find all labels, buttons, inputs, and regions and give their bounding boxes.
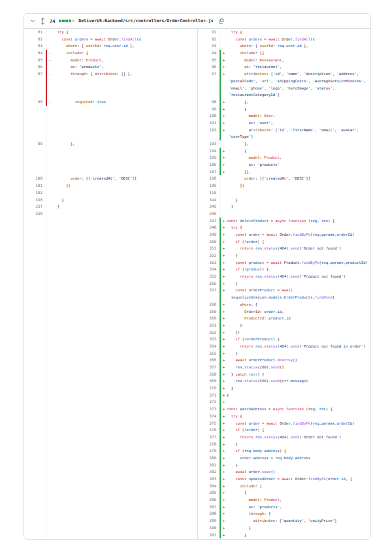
file-name-link[interactable]: DeliverUS-Backend/src/controllers/OrderC…	[78, 18, 213, 24]
line-number[interactable]: 92	[24, 36, 46, 43]
line-number[interactable]: 377	[198, 434, 220, 441]
line-number[interactable]: 372	[198, 399, 220, 406]
line-number[interactable]	[24, 399, 46, 406]
line-number[interactable]: 369	[198, 378, 220, 385]
line-number[interactable]: 338	[24, 210, 46, 218]
line-number[interactable]	[24, 301, 46, 308]
line-number[interactable]: 109	[198, 182, 220, 189]
line-number[interactable]	[24, 148, 46, 155]
line-number[interactable]	[198, 85, 220, 92]
line-number[interactable]: 346	[198, 210, 220, 218]
line-number[interactable]	[24, 280, 46, 287]
line-number[interactable]: 368	[198, 371, 220, 378]
line-number[interactable]	[24, 483, 46, 490]
line-number[interactable]	[24, 350, 46, 357]
line-number[interactable]: 97	[198, 71, 220, 78]
line-number[interactable]: 96	[24, 63, 46, 71]
line-number[interactable]: 91	[24, 29, 46, 36]
line-number[interactable]	[24, 525, 46, 532]
line-number[interactable]	[24, 224, 46, 231]
line-number[interactable]	[24, 392, 46, 399]
line-number[interactable]	[24, 517, 46, 525]
line-number[interactable]: 99	[24, 140, 46, 148]
line-number[interactable]	[198, 294, 220, 301]
line-number[interactable]	[24, 91, 46, 99]
line-number[interactable]: 93	[24, 42, 46, 50]
line-number[interactable]: 105	[198, 154, 220, 161]
line-number[interactable]	[24, 448, 46, 455]
line-number[interactable]	[24, 427, 46, 434]
line-number[interactable]: 95	[24, 57, 46, 64]
line-number[interactable]: 100	[198, 112, 220, 120]
line-number[interactable]: 386	[198, 497, 220, 504]
line-number[interactable]	[24, 231, 46, 238]
line-number[interactable]: 103	[198, 140, 220, 148]
line-number[interactable]	[24, 106, 46, 113]
line-number[interactable]	[24, 468, 46, 476]
line-number[interactable]: 101	[198, 120, 220, 127]
line-number[interactable]: 354	[198, 266, 220, 273]
line-number[interactable]	[24, 127, 46, 134]
line-number[interactable]	[24, 378, 46, 385]
line-number[interactable]: 101	[24, 182, 46, 189]
line-number[interactable]: 92	[198, 36, 220, 43]
line-number[interactable]	[24, 406, 46, 413]
line-number[interactable]: 383	[198, 476, 220, 483]
line-number[interactable]: 347	[198, 218, 220, 225]
line-number[interactable]: 104	[198, 148, 220, 155]
line-number[interactable]: 91	[198, 29, 220, 36]
line-number[interactable]	[24, 161, 46, 169]
line-number[interactable]	[24, 413, 46, 420]
line-number[interactable]	[24, 259, 46, 267]
line-number[interactable]	[24, 510, 46, 517]
line-number[interactable]	[24, 371, 46, 378]
line-number[interactable]: 352	[198, 252, 220, 259]
line-number[interactable]: 337	[24, 203, 46, 210]
line-number[interactable]	[24, 169, 46, 176]
line-number[interactable]	[24, 238, 46, 246]
line-number[interactable]: 379	[198, 448, 220, 455]
line-number[interactable]: 382	[198, 468, 220, 476]
copy-icon[interactable]	[219, 18, 225, 24]
line-number[interactable]	[24, 357, 46, 364]
line-number[interactable]	[24, 294, 46, 301]
line-number[interactable]: 93	[198, 42, 220, 50]
line-number[interactable]: 102	[24, 189, 46, 197]
line-number[interactable]: 108	[198, 175, 220, 182]
line-number[interactable]: 365	[198, 350, 220, 357]
line-number[interactable]	[24, 154, 46, 161]
line-number[interactable]: 336	[24, 197, 46, 204]
line-number[interactable]: 378	[198, 441, 220, 448]
line-number[interactable]: 363	[198, 336, 220, 343]
line-number[interactable]: 96	[198, 63, 220, 71]
line-number[interactable]: 359	[198, 308, 220, 316]
line-number[interactable]	[24, 266, 46, 273]
line-number[interactable]	[24, 455, 46, 462]
line-number[interactable]	[24, 85, 46, 92]
line-number[interactable]	[24, 287, 46, 294]
line-number[interactable]: 99	[198, 106, 220, 113]
line-number[interactable]	[24, 315, 46, 322]
line-number[interactable]	[24, 434, 46, 441]
line-number[interactable]	[24, 441, 46, 448]
line-number[interactable]	[24, 120, 46, 127]
line-number[interactable]: 373	[198, 406, 220, 413]
line-number[interactable]: 97	[24, 71, 46, 78]
line-number[interactable]	[24, 462, 46, 469]
line-number[interactable]: 366	[198, 357, 220, 364]
line-number[interactable]: 362	[198, 329, 220, 336]
line-number[interactable]	[24, 252, 46, 259]
line-number[interactable]	[24, 245, 46, 252]
line-number[interactable]: 389	[198, 517, 220, 525]
split-diff-icon[interactable]	[40, 18, 46, 25]
line-number[interactable]: 364	[198, 343, 220, 350]
line-number[interactable]	[24, 329, 46, 336]
line-number[interactable]: 360	[198, 315, 220, 322]
line-number[interactable]: 374	[198, 413, 220, 420]
line-number[interactable]: 98	[24, 99, 46, 106]
line-number[interactable]: 94	[198, 50, 220, 57]
line-number[interactable]	[24, 364, 46, 371]
line-number[interactable]: 384	[198, 483, 220, 490]
line-number[interactable]: 110	[198, 189, 220, 197]
line-number[interactable]: 371	[198, 392, 220, 399]
